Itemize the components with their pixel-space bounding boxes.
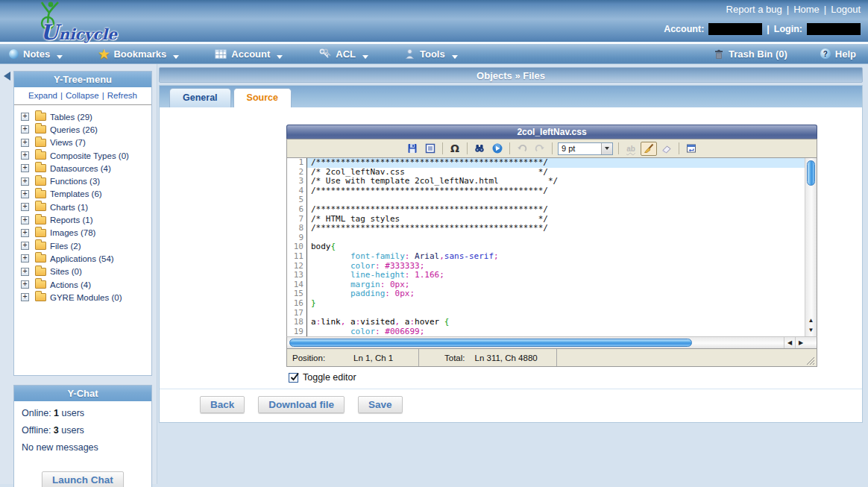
total-label: Total: xyxy=(419,354,465,362)
back-button[interactable]: Back xyxy=(200,396,245,413)
menu-acl[interactable]: ACL xyxy=(318,48,368,60)
tree-item[interactable]: +Reports (1) xyxy=(14,213,151,226)
folder-icon xyxy=(35,293,46,301)
chat-title: Y-Chat xyxy=(14,386,151,401)
action-buttons: Back Download file Save xyxy=(160,389,862,422)
expand-plus-icon[interactable]: + xyxy=(21,151,29,160)
expand-plus-icon[interactable]: + xyxy=(21,254,29,263)
tree-item[interactable]: +Charts (1) xyxy=(14,201,151,213)
folder-icon xyxy=(35,139,46,147)
account-row: Account: | Login: xyxy=(664,23,861,35)
code-line: } xyxy=(307,299,805,309)
expand-plus-icon[interactable]: + xyxy=(21,113,29,121)
menu-notes[interactable]: Notes xyxy=(9,48,63,60)
home-link[interactable]: Home xyxy=(793,4,820,15)
highlighter-icon[interactable] xyxy=(641,142,657,156)
tab-general[interactable]: General xyxy=(169,88,231,107)
tree-item[interactable]: +Queries (26) xyxy=(14,123,151,136)
launch-chat-button[interactable]: Launch Chat xyxy=(42,471,124,487)
expand-plus-icon[interactable]: + xyxy=(21,229,29,237)
tree-item[interactable]: +Datasources (4) xyxy=(14,162,151,175)
toggle-wrap-icon[interactable] xyxy=(683,142,699,156)
tree-item-label: Datasources (4) xyxy=(50,164,111,173)
expand-link[interactable]: Expand xyxy=(28,91,57,100)
tree-item-label: Charts (1) xyxy=(50,203,88,212)
find-icon[interactable] xyxy=(471,142,488,156)
tree-item[interactable]: +Actions (4) xyxy=(14,278,151,291)
account-label: Account: xyxy=(664,24,704,34)
expand-plus-icon[interactable]: + xyxy=(21,293,29,301)
scroll-down-icon[interactable]: ▼ xyxy=(805,325,817,335)
trash-bin-button[interactable]: Trash Bin (0) xyxy=(714,48,787,60)
sidebar-collapse-icon[interactable] xyxy=(4,72,10,81)
tree-item[interactable]: +Images (78) xyxy=(14,227,151,239)
goto-line-icon[interactable] xyxy=(489,142,506,156)
report-bug-link[interactable]: Report a bug xyxy=(726,4,782,15)
app-logo[interactable]: Unicycle xyxy=(24,1,136,43)
expand-plus-icon[interactable]: + xyxy=(21,164,29,172)
code-area[interactable]: 12345678910111213141516171819 /*********… xyxy=(286,158,817,336)
vertical-scrollbar-thumb[interactable] xyxy=(807,160,815,186)
folder-icon xyxy=(35,268,46,276)
code-line xyxy=(307,233,805,243)
help-button[interactable]: ? Help xyxy=(820,48,856,60)
menu-tools[interactable]: Tools xyxy=(404,48,458,60)
logout-link[interactable]: Logout xyxy=(831,4,861,15)
menu-bookmarks[interactable]: ★ Bookmarks xyxy=(98,48,179,60)
refresh-link[interactable]: Refresh xyxy=(107,91,137,100)
toggle-editor-checkbox[interactable] xyxy=(289,373,298,383)
expand-plus-icon[interactable]: + xyxy=(21,268,29,276)
code-text[interactable]: /***************************************… xyxy=(307,158,805,336)
special-char-icon[interactable]: Ω xyxy=(447,142,463,156)
tree-item[interactable]: +Applications (54) xyxy=(14,252,151,265)
vertical-scrollbar[interactable]: ▲ ▼ xyxy=(805,158,817,336)
chevron-down-icon xyxy=(57,55,63,59)
tree-item[interactable]: +Templates (6) xyxy=(14,188,151,201)
chevron-down-icon xyxy=(601,143,612,154)
undo-icon[interactable] xyxy=(514,142,530,156)
save-icon[interactable] xyxy=(404,142,421,156)
expand-plus-icon[interactable]: + xyxy=(21,177,29,186)
expand-plus-icon[interactable]: + xyxy=(21,216,29,224)
tab-source[interactable]: Source xyxy=(233,88,292,107)
folder-icon xyxy=(35,254,46,263)
horizontal-scrollbar-thumb[interactable] xyxy=(289,339,692,347)
tree-item[interactable]: +GYRE Modules (0) xyxy=(14,291,151,304)
code-line: /***************************************… xyxy=(307,186,805,196)
tree-item[interactable]: +Files (2) xyxy=(14,239,151,252)
tree-item-label: Reports (1) xyxy=(50,216,93,224)
expand-plus-icon[interactable]: + xyxy=(21,242,29,250)
expand-plus-icon[interactable]: + xyxy=(21,139,29,147)
tree-item[interactable]: +Functions (3) xyxy=(14,175,151,187)
tree-item[interactable]: +Composite Types (0) xyxy=(14,149,151,162)
horizontal-scrollbar[interactable]: ◀ ▶ xyxy=(286,336,817,349)
chevron-down-icon xyxy=(173,55,179,59)
folder-icon xyxy=(35,190,46,198)
resize-grip-icon[interactable] xyxy=(806,356,815,365)
redo-icon[interactable] xyxy=(532,142,548,156)
tree-item[interactable]: +Sites (0) xyxy=(14,266,151,278)
scroll-right-icon[interactable]: ▶ xyxy=(795,337,806,348)
folder-icon xyxy=(35,113,46,121)
eraser-icon[interactable] xyxy=(658,142,675,156)
menu-account[interactable]: Account xyxy=(215,48,283,60)
download-file-button[interactable]: Download file xyxy=(258,396,345,413)
expand-plus-icon[interactable]: + xyxy=(21,190,29,198)
chat-messages-status: No new messages xyxy=(14,436,151,453)
tree-item-label: Files (2) xyxy=(50,242,81,251)
scroll-left-icon[interactable]: ◀ xyxy=(784,337,795,348)
expand-plus-icon[interactable]: + xyxy=(21,280,29,289)
tree-list: +Tables (29)+Queries (26)+Views (7)+Comp… xyxy=(14,105,151,304)
spellcheck-icon[interactable]: ab xyxy=(623,142,639,156)
preview-icon[interactable] xyxy=(422,142,438,156)
expand-plus-icon[interactable]: + xyxy=(21,125,29,133)
collapse-link[interactable]: Collapse xyxy=(66,91,99,100)
expand-plus-icon[interactable]: + xyxy=(21,203,29,211)
font-size-select[interactable]: 9 pt xyxy=(558,142,613,155)
note-bubble-icon xyxy=(9,49,19,59)
scroll-up-icon[interactable]: ▲ xyxy=(805,315,817,325)
sidebar: Y-Tree-menu Expand|Collapse|Refresh +Tab… xyxy=(0,64,157,484)
tree-item[interactable]: +Views (7) xyxy=(14,136,151,149)
tree-item[interactable]: +Tables (29) xyxy=(14,110,151,123)
save-button[interactable]: Save xyxy=(358,396,403,413)
